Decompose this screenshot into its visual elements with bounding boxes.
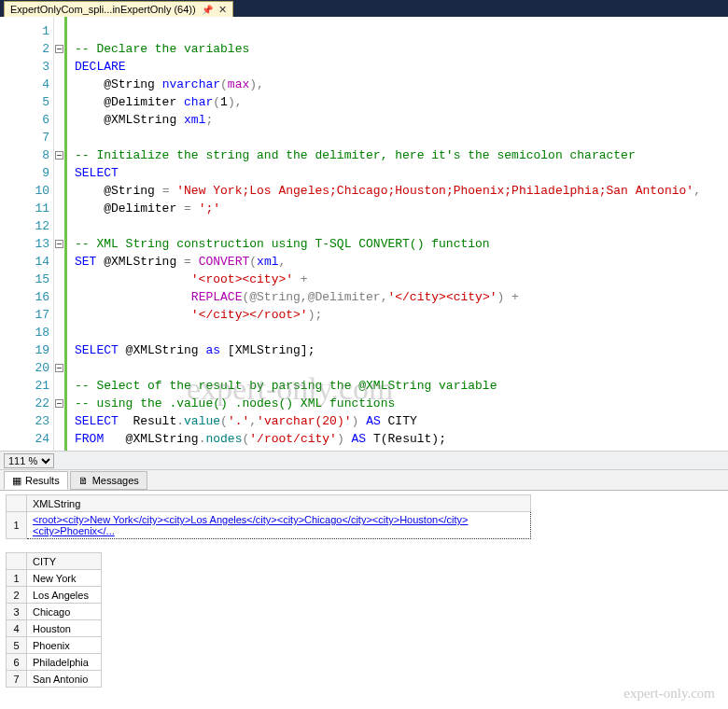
title-bar: ExpertOnlyCom_spli...inExpertOnly (64)) … [0, 0, 728, 17]
string: 'New York;Los Angeles;Chicago;Houston;Ph… [169, 184, 693, 198]
keyword: SELECT [75, 166, 119, 180]
fold-slot [54, 58, 64, 76]
col-header[interactable]: XMLString [27, 495, 531, 512]
result-grid-2[interactable]: CITY 1New York2Los Angeles3Chicago4Houst… [6, 552, 102, 688]
row-number[interactable]: 3 [7, 604, 27, 620]
comment: -- Initialize the string and the delimit… [75, 148, 636, 162]
cell-value[interactable]: Houston [27, 620, 102, 637]
code-editor[interactable]: 123456789101112131415161718192021222324 … [0, 17, 728, 452]
line-number: 15 [0, 271, 53, 288]
row-number[interactable]: 2 [7, 587, 27, 604]
fold-slot [54, 306, 64, 324]
document-tab[interactable]: ExpertOnlyCom_spli...inExpertOnly (64)) … [4, 1, 233, 17]
corner-cell [7, 495, 27, 512]
cell-value[interactable]: Chicago [27, 604, 102, 620]
paren: (@String,@Delimiter, [242, 290, 387, 304]
cell-value[interactable]: New York [27, 570, 102, 587]
paren: ( [249, 255, 257, 269]
fold-slot [54, 253, 64, 271]
fold-toggle-icon[interactable] [55, 240, 63, 248]
paren: ), [249, 77, 264, 91]
number: 1 [220, 95, 228, 109]
cell-value[interactable]: San Antonio [27, 671, 102, 688]
code-text [75, 308, 191, 322]
fold-toggle-icon[interactable] [55, 151, 63, 160]
tab-label: Messages [92, 475, 139, 486]
row-number[interactable]: 5 [7, 637, 27, 654]
code-area[interactable]: -- Declare the variables DECLARE @String… [67, 17, 728, 451]
code-text: [XMLString]; [220, 343, 315, 357]
comment: -- Declare the variables [75, 42, 249, 56]
keyword: AS [358, 414, 380, 428]
tab-messages[interactable]: 🗎 Messages [70, 471, 147, 490]
table-row[interactable]: 2Los Angeles [7, 587, 102, 604]
results-panel: XMLString 1 <root><city>New York</city><… [0, 491, 728, 704]
table-row[interactable]: 1New York [7, 570, 102, 587]
fold-slot [54, 93, 64, 111]
watermark-footer: expert-only.com [623, 686, 715, 702]
keyword: max [228, 77, 249, 91]
results-tabstrip: ▦ Results 🗎 Messages [0, 470, 728, 491]
keyword: SELECT [75, 414, 119, 428]
string: ';' [191, 202, 220, 215]
fold-strip[interactable] [54, 17, 67, 451]
row-number[interactable]: 4 [7, 620, 27, 637]
string: 'varchar(20)' [257, 414, 351, 428]
tab-results[interactable]: ▦ Results [4, 471, 68, 490]
cell-value[interactable]: Philadelphia [27, 654, 102, 671]
zoom-select[interactable]: 111 % [4, 453, 54, 468]
code-text: @XMLString [104, 432, 198, 446]
result-grid-1[interactable]: XMLString 1 <root><city>New York</city><… [6, 494, 531, 539]
line-number: 13 [0, 235, 53, 253]
string: '.' [228, 414, 249, 428]
row-number[interactable]: 7 [7, 671, 27, 688]
operator: + [293, 272, 308, 286]
cell-value[interactable]: Phoenix [27, 637, 102, 654]
line-number: 2 [0, 40, 53, 58]
line-number: 5 [0, 93, 53, 111]
fold-slot [54, 146, 64, 164]
string: '</city><city>' [387, 290, 497, 304]
fold-slot [54, 182, 64, 200]
keyword: as [205, 343, 220, 357]
code-text: T(Result); [366, 432, 446, 446]
fold-slot [54, 271, 64, 288]
keyword: DECLARE [75, 60, 126, 74]
row-number[interactable]: 1 [7, 512, 27, 539]
fold-slot [54, 22, 64, 40]
comment: -- XML String construction using T-SQL C… [75, 237, 490, 251]
col-header[interactable]: CITY [27, 553, 102, 570]
table-row[interactable]: 5Phoenix [7, 637, 102, 654]
keyword: nvarchar [162, 77, 220, 91]
fold-slot [54, 359, 64, 377]
table-row[interactable]: 3Chicago [7, 604, 102, 620]
fold-slot [54, 377, 64, 395]
line-number: 4 [0, 76, 53, 93]
fold-slot [54, 40, 64, 58]
punct: . [176, 414, 184, 428]
tab-label: Results [25, 475, 60, 486]
table-row[interactable]: 6Philadelphia [7, 654, 102, 671]
line-number: 20 [0, 359, 53, 377]
sysfunc: value [184, 414, 220, 428]
fold-slot [54, 217, 64, 235]
line-number: 17 [0, 306, 53, 324]
xml-link-cell[interactable]: <root><city>New York</city><city>Los Ang… [27, 512, 531, 539]
cell-value[interactable]: Los Angeles [27, 587, 102, 604]
code-text: @Delimiter [75, 202, 184, 215]
punct: , [693, 184, 701, 198]
line-number: 18 [0, 324, 53, 341]
paren: ( [220, 77, 228, 91]
table-row[interactable]: 7San Antonio [7, 671, 102, 688]
row-number[interactable]: 6 [7, 654, 27, 671]
fold-slot [54, 324, 64, 341]
fold-toggle-icon[interactable] [55, 364, 63, 372]
row-number[interactable]: 1 [7, 570, 27, 587]
fold-slot [54, 76, 64, 93]
close-icon[interactable]: ✕ [218, 4, 227, 16]
table-row[interactable]: 4Houston [7, 620, 102, 637]
operator: = [184, 202, 191, 215]
fold-toggle-icon[interactable] [55, 399, 63, 408]
pin-icon[interactable]: 📌 [202, 5, 213, 15]
fold-toggle-icon[interactable] [55, 45, 63, 53]
